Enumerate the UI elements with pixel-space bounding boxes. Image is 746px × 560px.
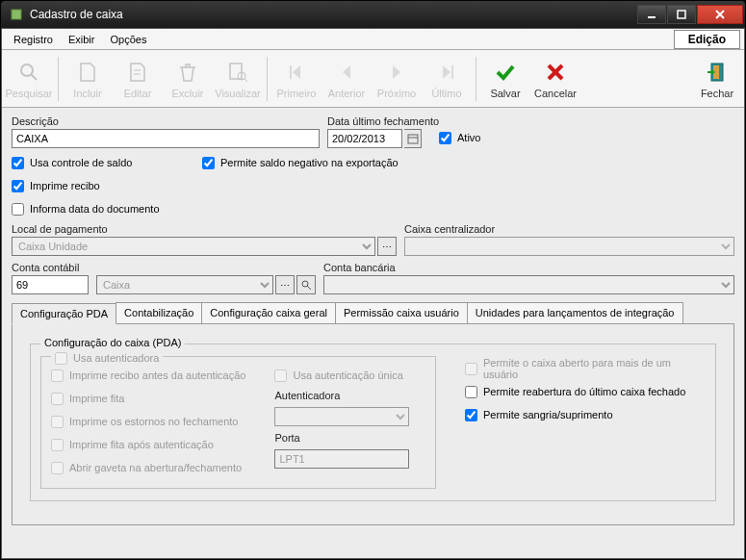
menu-exibir[interactable]: Exibir — [61, 31, 103, 48]
svg-line-6 — [31, 74, 37, 80]
edicao-badge: Edição — [674, 30, 740, 49]
permite-sangria-label: Permite sangria/suprimento — [483, 409, 613, 420]
door-icon — [704, 59, 731, 86]
imprime-recibo-antes-label: Imprime recibo antes da autenticação — [69, 369, 245, 381]
permite-sangria-checkbox[interactable] — [465, 409, 477, 421]
tbtn-label: Próximo — [377, 88, 416, 99]
permite-reabertura-checkbox[interactable] — [465, 386, 477, 398]
group-usa-autenticadora: Usa autenticadora Imprime recibo antes d… — [40, 356, 436, 489]
ultimo-button[interactable]: Último — [422, 52, 472, 106]
descricao-input[interactable] — [12, 129, 320, 148]
menubar: Registro Exibir Opções Edição — [2, 29, 744, 50]
tab-panel-config-pda: Configuração do caixa (PDA) Usa autentic… — [12, 324, 734, 525]
edit-icon — [124, 59, 151, 86]
tbtn-label: Pesquisar — [6, 88, 53, 99]
visualizar-button[interactable]: Visualizar — [213, 52, 263, 106]
conta-contabil-select[interactable]: Caixa — [96, 275, 273, 294]
incluir-button[interactable]: Incluir — [63, 52, 113, 106]
autenticadora-select — [274, 407, 409, 426]
imprime-recibo-antes-checkbox — [51, 369, 64, 382]
local-pag-select[interactable]: Caixa Unidade — [12, 237, 375, 256]
usa-aut-unica-checkbox — [274, 369, 287, 382]
informa-data-doc-checkbox[interactable] — [12, 203, 24, 216]
tbtn-label: Incluir — [73, 88, 101, 99]
svg-rect-2 — [678, 11, 685, 18]
imprime-recibo-checkbox[interactable] — [12, 180, 24, 192]
cancelar-button[interactable]: Cancelar — [530, 52, 580, 106]
tab-permissao-caixa-usuario[interactable]: Permissão caixa usuário — [335, 302, 468, 323]
ativo-label: Ativo — [457, 132, 480, 143]
pesquisar-button[interactable]: Pesquisar — [4, 52, 54, 106]
svg-rect-19 — [408, 135, 418, 143]
primeiro-button[interactable]: Primeiro — [271, 52, 322, 106]
autenticadora-label: Autenticadora — [274, 390, 409, 401]
local-pag-ellipsis-button[interactable]: ⋯ — [377, 237, 397, 256]
editar-button[interactable]: Editar — [113, 52, 163, 106]
local-pag-label: Local de pagamento — [12, 223, 397, 235]
svg-line-11 — [244, 79, 247, 82]
conta-bancaria-select[interactable] — [323, 275, 734, 294]
descricao-label: Descrição — [12, 115, 320, 127]
permite-caixa-aberto-checkbox — [465, 363, 477, 375]
svg-rect-0 — [12, 10, 21, 19]
minimize-button[interactable] — [637, 5, 666, 24]
menu-registro[interactable]: Registro — [6, 31, 61, 48]
imprime-estornos-checkbox — [51, 416, 64, 428]
ativo-checkbox[interactable] — [439, 132, 451, 144]
permite-caixa-aberto-label: Permite o caixa aberto para mais de um u… — [483, 357, 706, 380]
tbtn-label: Editar — [124, 88, 152, 99]
abrir-gaveta-label: Abrir gaveta na abertura/fechamento — [69, 462, 242, 473]
anterior-button[interactable]: Anterior — [322, 52, 372, 106]
conta-contabil-num-input[interactable] — [12, 275, 89, 294]
salvar-button[interactable]: Salvar — [480, 52, 530, 106]
app-icon — [9, 7, 24, 22]
tab-unidades-integracao[interactable]: Unidades para lançamentos de integração — [467, 302, 683, 323]
usa-controle-saldo-checkbox[interactable] — [12, 157, 24, 169]
svg-line-22 — [307, 286, 311, 290]
imprime-fita-label: Imprime fita — [69, 393, 124, 404]
toolbar: Pesquisar Incluir Editar Excluir Visuali… — [2, 50, 744, 108]
search-small-icon — [300, 279, 312, 291]
fechar-button[interactable]: Fechar — [692, 52, 742, 106]
last-icon — [433, 59, 460, 86]
tbtn-label: Último — [431, 88, 461, 99]
usa-autenticadora-checkbox — [55, 352, 67, 365]
new-doc-icon — [74, 59, 101, 86]
maximize-button[interactable] — [667, 5, 696, 24]
next-icon — [383, 59, 410, 86]
usa-aut-unica-label: Usa autenticação única — [293, 369, 402, 381]
inner-group-title: Usa autenticadora — [51, 349, 163, 367]
group-title: Configuração do caixa (PDA) — [40, 337, 185, 348]
trash-icon — [174, 59, 201, 86]
tbtn-label: Visualizar — [215, 88, 261, 99]
imprime-fita-apos-checkbox — [51, 439, 64, 451]
tab-contabilizacao[interactable]: Contabilização — [116, 302, 202, 323]
excluir-button[interactable]: Excluir — [163, 52, 213, 106]
conta-contabil-search-button[interactable] — [296, 275, 316, 294]
permite-saldo-neg-label: Permite saldo negativo na exportação — [220, 157, 399, 168]
usa-autenticadora-label: Usa autenticadora — [73, 352, 159, 364]
permite-saldo-neg-checkbox[interactable] — [202, 157, 215, 169]
proximo-button[interactable]: Próximo — [372, 52, 422, 106]
conta-bancaria-label: Conta bancária — [323, 262, 734, 273]
tbtn-label: Excluir — [171, 88, 203, 99]
search-icon — [15, 59, 42, 86]
data-ult-label: Data último fechamento — [327, 115, 424, 127]
imprime-fita-checkbox — [51, 393, 64, 405]
tab-config-pda[interactable]: Configuração PDA — [12, 303, 116, 324]
tbtn-label: Primeiro — [277, 88, 317, 99]
date-picker-button[interactable] — [404, 129, 422, 148]
menu-opcoes[interactable]: Opções — [102, 31, 154, 48]
first-icon — [283, 59, 310, 86]
data-ult-input[interactable] — [327, 129, 402, 148]
caixa-central-select — [404, 237, 734, 256]
titlebar: Cadastro de caixa — [1, 1, 745, 28]
tbtn-label: Fechar — [701, 88, 733, 99]
tab-config-caixa-geral[interactable]: Configuração caixa geral — [201, 302, 336, 323]
group-config-caixa-pda: Configuração do caixa (PDA) Usa autentic… — [30, 344, 716, 501]
usa-controle-saldo-label: Usa controle de saldo — [30, 157, 132, 168]
close-button[interactable] — [697, 5, 743, 24]
tbtn-label: Salvar — [490, 88, 520, 99]
x-icon — [542, 59, 569, 86]
conta-contabil-ellipsis-button[interactable]: ⋯ — [275, 275, 295, 294]
